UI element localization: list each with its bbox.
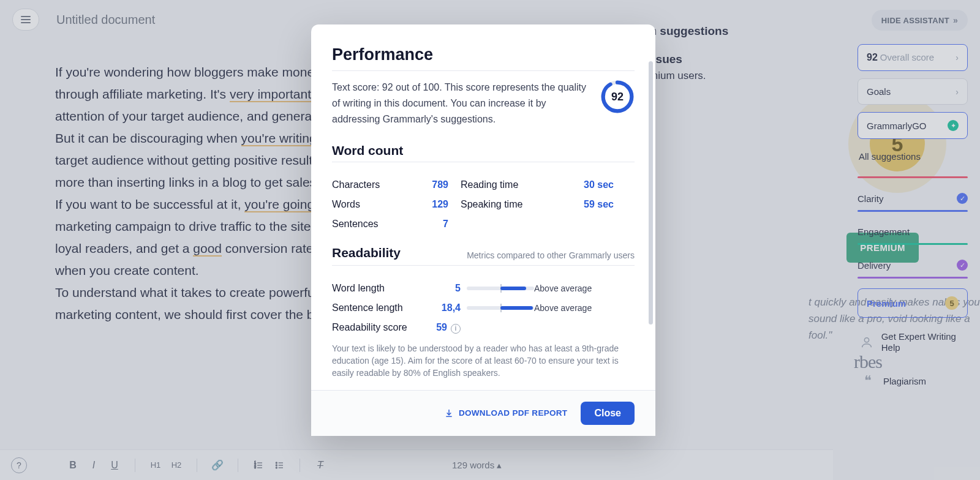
download-icon [444, 408, 454, 418]
sentences-key: Sentences [332, 219, 418, 230]
characters-key: Characters [332, 179, 418, 190]
sentence-length-value: 18,4 [424, 302, 467, 313]
word-length-bar [467, 287, 534, 290]
readability-score-value: 59i [424, 322, 467, 334]
word-length-comparison: Above average [534, 283, 620, 293]
characters-value: 789 [418, 179, 461, 190]
performance-modal: Performance Text score: 92 out of 100. T… [311, 24, 655, 436]
reading-time-key: Reading time [461, 179, 552, 190]
readability-stats: Word length 5 Above average Sentence len… [332, 274, 635, 334]
readability-score-key: Readability score [332, 322, 424, 333]
sentence-length-key: Sentence length [332, 302, 424, 313]
download-pdf-button[interactable]: DOWNLOAD PDF REPORT [444, 408, 567, 418]
word-length-value: 5 [424, 283, 467, 294]
score-value: 92 [600, 80, 635, 114]
word-count-stats: Characters 789 Reading time 30 sec Words… [332, 171, 635, 230]
sentences-value: 7 [418, 219, 461, 230]
sentence-length-comparison: Above average [534, 303, 620, 313]
scrollbar[interactable] [649, 61, 653, 324]
readability-hint: Metrics compared to other Grammarly user… [467, 250, 635, 260]
performance-title: Performance [332, 45, 635, 64]
readability-title: Readability [332, 246, 401, 260]
performance-description: Text score: 92 out of 100. This score re… [332, 80, 588, 127]
download-pdf-label: DOWNLOAD PDF REPORT [459, 408, 567, 418]
reading-time-value: 30 sec [552, 179, 614, 190]
score-ring: 92 [600, 80, 635, 114]
readability-note: Your text is likely to be understood by … [332, 342, 635, 379]
info-icon[interactable]: i [451, 324, 461, 334]
speaking-time-value: 59 sec [552, 199, 614, 210]
word-count-title: Word count [332, 143, 635, 158]
words-value: 129 [418, 199, 461, 210]
modal-footer: DOWNLOAD PDF REPORT Close [311, 390, 655, 436]
close-button[interactable]: Close [581, 402, 635, 425]
words-key: Words [332, 199, 418, 210]
sentence-length-bar [467, 306, 534, 310]
word-length-key: Word length [332, 283, 424, 294]
speaking-time-key: Speaking time [461, 199, 552, 210]
